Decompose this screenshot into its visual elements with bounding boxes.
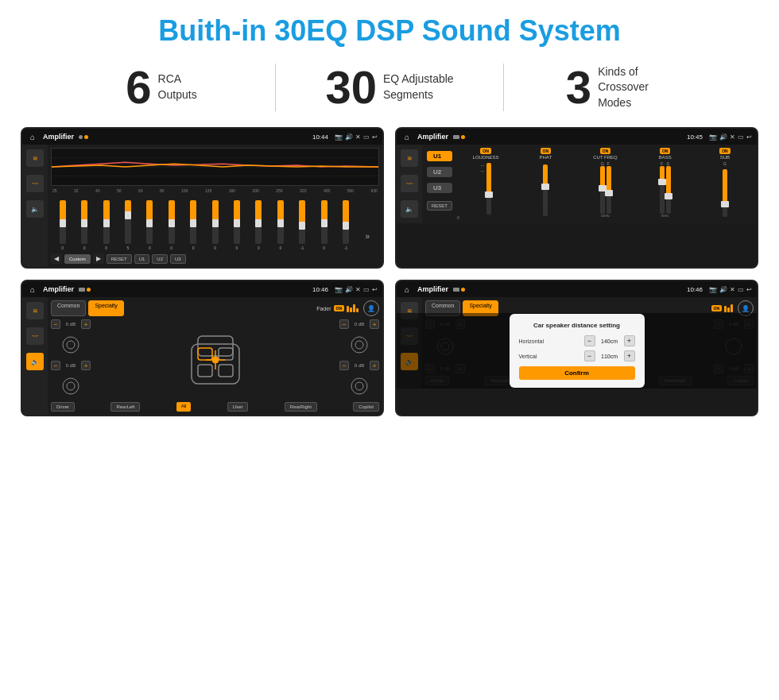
custom-button[interactable]: Custom [64, 254, 91, 264]
minus-btn-r1[interactable]: − [339, 319, 349, 329]
dialog-vertical-row: Vertical − 110cm + [519, 350, 635, 362]
stat-number-crossover: 3 [566, 64, 591, 110]
all-btn-3[interactable]: All [176, 402, 192, 412]
plus-btn-r2[interactable]: + [370, 361, 379, 370]
svg-point-22 [355, 382, 363, 390]
eq-bottom-bar: ◀ Custom ▶ RESET U1 U2 U3 [51, 253, 379, 264]
stat-desc-crossover: Kinds of Crossover Modes [598, 64, 669, 111]
eq-slider-11[interactable]: -1 [292, 200, 312, 250]
channel-sub: ON SUB G [696, 148, 754, 220]
back-icon-2: ↩ [746, 133, 752, 141]
eq-slider-4[interactable]: 0 [140, 200, 160, 250]
wave-icon-3[interactable]: 〰 [26, 327, 44, 345]
home-icon-3: ⌂ [27, 284, 38, 295]
status-dots-4 [453, 288, 465, 292]
back-icon-3: ↩ [372, 286, 378, 293]
user-btn-3[interactable]: User [227, 402, 249, 412]
eq-slider-0[interactable]: 0 [52, 200, 72, 250]
eq-icon-3[interactable]: ≋ [26, 302, 44, 319]
horizontal-plus-btn[interactable]: + [624, 335, 635, 346]
speaker-dot-r2 [347, 374, 371, 398]
status-bar-1: ⌂ Amplifier 10:44 📷 🔊 ✕ ▭ ↩ [22, 129, 382, 145]
eq-content: 25 32 40 50 63 80 100 125 160 200 250 32… [48, 145, 382, 267]
plus-btn-l1[interactable]: + [81, 319, 91, 329]
status-dots-1 [79, 135, 88, 139]
wave-icon-2[interactable]: 〰 [401, 175, 418, 192]
minus-btn-r2[interactable]: − [339, 361, 349, 370]
dot-3a [79, 288, 85, 292]
eq-slider-12[interactable]: 0 [314, 200, 334, 250]
eq-slider-3[interactable]: 5 [118, 200, 138, 250]
u1-button-2[interactable]: U1 [427, 151, 452, 161]
speaker-icon-3[interactable]: 🔈 [26, 353, 44, 370]
u2-button-2[interactable]: U2 [427, 167, 452, 177]
u3-button-2[interactable]: U3 [427, 183, 452, 193]
reset-button-2[interactable]: RESET [427, 201, 452, 211]
play-button[interactable]: ▶ [93, 253, 104, 264]
horizontal-minus-btn[interactable]: − [584, 335, 595, 346]
eq-label-1: 32 [74, 188, 79, 193]
eq-icon-1[interactable]: ≋ [26, 149, 44, 167]
rearleft-btn-3[interactable]: RearLeft [110, 402, 140, 412]
speaker-icon-2[interactable]: 🔈 [401, 200, 418, 218]
plus-btn-r1[interactable]: + [370, 319, 379, 329]
plus-btn-l2[interactable]: + [81, 361, 91, 370]
db-controls-left: − 0 dB + − 0 dB [51, 319, 91, 400]
eq-label-0: 25 [52, 188, 57, 193]
eq-slider-more[interactable]: » [358, 232, 378, 250]
db-controls-right: − 0 dB + − 0 dB [339, 319, 379, 400]
svg-point-6 [63, 378, 79, 394]
dot-3b [87, 288, 91, 292]
wave-icon-1[interactable]: 〰 [26, 175, 44, 192]
eq-slider-5[interactable]: 0 [161, 200, 181, 250]
fader-bars-4 [724, 304, 733, 312]
time-4: 10:46 [687, 286, 703, 293]
eq-slider-8[interactable]: 0 [227, 200, 246, 250]
minus-btn-l1[interactable]: − [51, 319, 60, 329]
eq-slider-2[interactable]: 0 [96, 200, 116, 250]
rearright-btn-3[interactable]: RearRight [285, 402, 317, 412]
icons-right-3: 📷 🔊 ✕ ▭ ↩ [335, 286, 378, 293]
eq-slider-9[interactable]: 0 [249, 200, 269, 250]
reset-button-1[interactable]: RESET [107, 254, 132, 264]
stat-rca: 6 RCA Outputs [48, 64, 275, 110]
window-icon-1: ▭ [363, 133, 370, 141]
screen-speaker: ⌂ Amplifier 10:46 📷 🔊 ✕ ▭ ↩ ≋ 〰 🔈 [21, 280, 384, 416]
u2-button-1[interactable]: U2 [152, 254, 168, 264]
fader-bars-3 [347, 304, 358, 312]
u3-button-1[interactable]: U3 [170, 254, 186, 264]
person-icon-3: 👤 [367, 305, 375, 312]
tab-common-3[interactable]: Common [51, 300, 86, 316]
car-diagram [94, 319, 336, 400]
eq-label-3: 50 [117, 188, 122, 193]
u1-button-1[interactable]: U1 [134, 254, 150, 264]
crossover-content: U1 U2 U3 RESET ON LOUDNESS — [422, 145, 757, 223]
tab-specialty-3[interactable]: Specialty [88, 300, 123, 316]
stat-number-rca: 6 [126, 64, 151, 110]
minus-btn-l2[interactable]: − [51, 361, 60, 370]
db-val-r1: 0 dB [351, 322, 368, 327]
status-dots-2 [453, 135, 465, 139]
back-icon-4: ↩ [746, 286, 752, 293]
eq-slider-7[interactable]: 0 [205, 200, 225, 250]
eq-slider-13[interactable]: -1 [335, 200, 355, 250]
speaker-icon-1[interactable]: 🔈 [26, 200, 44, 218]
db-row-right-1: − 0 dB + [339, 319, 379, 329]
confirm-button[interactable]: Confirm [519, 366, 635, 380]
camera-icon-2: 📷 [709, 133, 717, 141]
svg-rect-13 [219, 365, 233, 377]
copilot-btn-3[interactable]: Copilot [353, 402, 379, 412]
vertical-plus-btn[interactable]: + [624, 350, 635, 362]
eq-slider-10[interactable]: 0 [270, 200, 290, 250]
eq-icon-2[interactable]: ≋ [401, 149, 418, 167]
eq-slider-1[interactable]: 0 [74, 200, 94, 250]
channel-bass: ON BASS F G 90Hz [637, 148, 694, 220]
screen-dialog: ⌂ Amplifier 10:46 📷 🔊 ✕ ▭ ↩ ≋ 〰 🔈 [395, 280, 758, 416]
prev-button[interactable]: ◀ [51, 253, 62, 264]
vertical-minus-btn[interactable]: − [584, 350, 595, 362]
eq-slider-6[interactable]: 0 [183, 200, 203, 250]
eq-label-14: 630 [370, 188, 377, 193]
db-val-r2: 0 dB [351, 363, 368, 368]
driver-btn-3[interactable]: Driver [51, 402, 75, 412]
close-icon-2: ✕ [730, 133, 735, 141]
